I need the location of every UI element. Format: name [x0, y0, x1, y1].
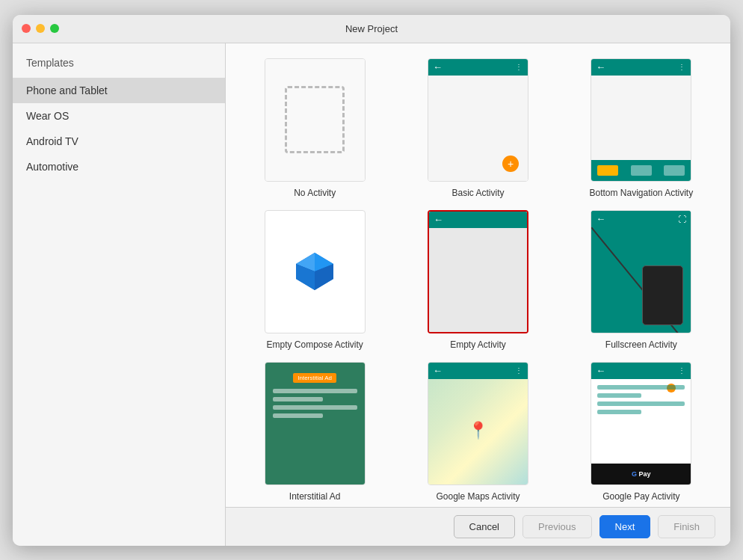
- fab-icon: +: [502, 156, 519, 172]
- template-interstitial-ad[interactable]: Interstitial Ad Interstitial Ad: [241, 362, 389, 502]
- gpay-line-2: [597, 393, 641, 398]
- template-label-interstitial-ad: Interstitial Ad: [289, 491, 341, 502]
- previous-button[interactable]: Previous: [522, 515, 592, 538]
- back-arrow-icon: ←: [596, 365, 605, 376]
- template-fullscreen[interactable]: ← ⛶ Fullscreen Activity: [567, 210, 715, 350]
- ad-line-4: [273, 413, 324, 418]
- sidebar-item-android-tv[interactable]: Android TV: [13, 129, 225, 154]
- gpay-line-4: [597, 410, 641, 414]
- menu-dots-icon: ⋮: [515, 366, 523, 375]
- gpay-body: [591, 379, 691, 464]
- template-google-maps[interactable]: ← ⋮ 📍 Google Maps Activity: [404, 362, 552, 502]
- gpay-bar: G Pay: [591, 464, 691, 484]
- map-pin-icon: 📍: [468, 421, 488, 440]
- sidebar-item-automotive[interactable]: Automotive: [13, 154, 225, 179]
- compose-logo: [265, 211, 365, 333]
- template-thumb-google-pay: ← ⋮: [591, 362, 691, 485]
- next-button[interactable]: Next: [599, 515, 651, 538]
- minimize-button[interactable]: [36, 24, 45, 33]
- template-label-google-pay: Google Pay Activity: [602, 491, 679, 502]
- bottom-nav-item-2: [631, 165, 652, 176]
- gpay-label: G Pay: [632, 470, 651, 478]
- template-label-empty-activity: Empty Activity: [450, 339, 506, 350]
- template-thumb-fullscreen: ← ⛶: [591, 210, 691, 333]
- template-thumb-basic-activity: ← ⋮ +: [428, 58, 528, 182]
- template-empty-activity[interactable]: ← Empty Activity: [404, 210, 552, 350]
- template-thumb-empty-activity: ←: [428, 210, 528, 333]
- template-label-no-activity: No Activity: [294, 188, 336, 198]
- expand-icon: ⛶: [678, 215, 686, 224]
- gpay-line-3: [597, 401, 685, 406]
- template-label-google-maps: Google Maps Activity: [436, 491, 520, 502]
- close-button[interactable]: [22, 24, 31, 33]
- content-area: Templates Phone and Tablet Wear OS Andro…: [13, 43, 730, 546]
- menu-dots-icon: ⋮: [678, 63, 686, 71]
- bottom-nav-item-3: [664, 165, 685, 176]
- main-window: New Project Templates Phone and Tablet W…: [13, 15, 730, 546]
- phone-body: +: [428, 76, 528, 181]
- template-google-pay[interactable]: ← ⋮: [567, 362, 715, 502]
- back-arrow-icon: ←: [596, 61, 605, 73]
- sidebar-item-wear-os[interactable]: Wear OS: [13, 103, 225, 129]
- sidebar: Templates Phone and Tablet Wear OS Andro…: [13, 43, 226, 546]
- ad-line-3: [273, 405, 357, 410]
- footer: Cancel Previous Next Finish: [226, 507, 730, 546]
- bottom-nav-item-1: [597, 165, 618, 176]
- ad-line-1: [273, 389, 357, 393]
- template-thumb-google-maps: ← ⋮ 📍: [428, 362, 528, 485]
- ad-badge: Interstitial Ad: [293, 373, 336, 383]
- map-body: 📍: [428, 379, 528, 484]
- bottom-nav-bar: [591, 160, 691, 181]
- maximize-button[interactable]: [50, 24, 59, 33]
- template-thumb-interstitial-ad: Interstitial Ad: [265, 362, 366, 485]
- fullscreen-mock: ← ⛶: [591, 211, 691, 333]
- template-label-fullscreen: Fullscreen Activity: [605, 339, 677, 350]
- interstitial-mock: Interstitial Ad: [265, 363, 365, 484]
- template-no-activity[interactable]: No Activity: [241, 58, 389, 198]
- cancel-button[interactable]: Cancel: [454, 515, 515, 538]
- template-thumb-bottom-nav: ← ⋮: [591, 58, 691, 182]
- ad-lines: [273, 389, 357, 418]
- sidebar-item-phone-tablet[interactable]: Phone and Tablet: [13, 78, 225, 103]
- template-empty-compose[interactable]: Empty Compose Activity: [241, 210, 389, 350]
- ad-line-2: [273, 397, 324, 401]
- templates-grid: No Activity ← ⋮ +: [226, 43, 730, 507]
- sidebar-header: Templates: [13, 51, 225, 78]
- back-arrow-icon: ←: [596, 213, 605, 224]
- map-mock: ← ⋮ 📍: [428, 363, 528, 484]
- dashed-placeholder: [285, 86, 345, 153]
- template-label-bottom-nav: Bottom Navigation Activity: [589, 188, 693, 198]
- back-arrow-icon: ←: [434, 214, 443, 225]
- menu-dots-icon: ⋮: [515, 63, 523, 71]
- template-thumb-empty-compose: [265, 210, 366, 333]
- back-arrow-icon: ←: [433, 365, 443, 376]
- template-bottom-nav[interactable]: ← ⋮ Bottom Navigation Activity: [567, 58, 715, 198]
- gpay-line-1: [597, 385, 685, 390]
- finish-button[interactable]: Finish: [658, 515, 715, 538]
- window-title: New Project: [345, 23, 398, 34]
- traffic-lights: [22, 24, 59, 33]
- title-bar: New Project: [13, 15, 730, 43]
- template-basic-activity[interactable]: ← ⋮ + Basic Activity: [404, 58, 552, 198]
- template-label-empty-compose: Empty Compose Activity: [266, 339, 363, 350]
- gpay-mock: ← ⋮: [591, 363, 691, 484]
- template-label-basic-activity: Basic Activity: [451, 188, 504, 198]
- menu-dots-icon: ⋮: [678, 366, 686, 375]
- template-thumb-no-activity: [265, 58, 366, 182]
- main-area: No Activity ← ⋮ +: [226, 43, 730, 546]
- back-arrow-icon: ←: [433, 61, 443, 73]
